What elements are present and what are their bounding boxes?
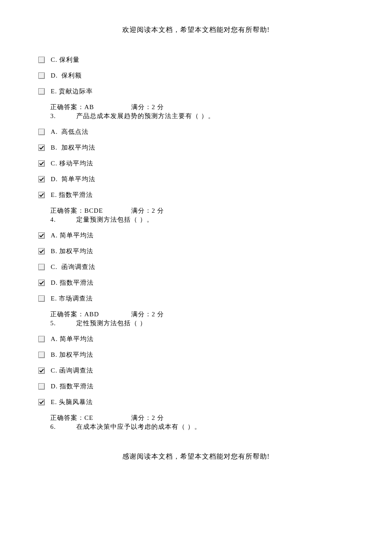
page-header: 欢迎阅读本文档，希望本文档能对您有所帮助! xyxy=(38,26,354,35)
checkbox-icon[interactable] xyxy=(38,280,45,286)
answer-line: 正确答案：BCDE满分：2 分 xyxy=(38,207,354,215)
checkbox-icon[interactable] xyxy=(38,399,45,405)
option-row: A.简单平均法 xyxy=(38,231,354,240)
checkbox-icon[interactable] xyxy=(38,129,45,135)
option-row: E.指数平滑法 xyxy=(38,191,354,199)
checkbox-icon[interactable] xyxy=(38,72,45,79)
option-label: D. 简单平均法 xyxy=(51,175,95,183)
checkbox-icon[interactable] xyxy=(38,88,45,95)
checkbox-icon[interactable] xyxy=(38,57,45,63)
checkbox-icon[interactable] xyxy=(38,145,45,151)
checkbox-icon[interactable] xyxy=(38,264,45,270)
answer-line: 正确答案：AB满分：2 分 xyxy=(38,103,354,111)
option-row: A. 高低点法 xyxy=(38,128,354,136)
question-stem: 5. 定性预测方法包括（ ） xyxy=(38,319,354,327)
option-label: C.保利量 xyxy=(51,56,80,64)
option-row: E.贡献边际率 xyxy=(38,87,354,95)
option-label: B.加权平均法 xyxy=(51,247,93,255)
option-row: E.头脑风暴法 xyxy=(38,398,354,406)
option-label: E.贡献边际率 xyxy=(51,87,93,95)
option-row: C.移动平均法 xyxy=(38,159,354,168)
option-row: C.保利量 xyxy=(38,56,354,64)
option-row: B.加权平均法 xyxy=(38,351,354,359)
checkbox-icon[interactable] xyxy=(38,367,45,374)
option-label: A.简单平均法 xyxy=(51,231,94,240)
option-label: E.指数平滑法 xyxy=(51,191,93,199)
question-stem: 3. 产品总成本发展趋势的预测方法主要有（ ）。 xyxy=(38,112,354,120)
option-label: C.移动平均法 xyxy=(51,159,93,168)
option-row: C.函询调查法 xyxy=(38,367,354,375)
option-label: B. 加权平均法 xyxy=(51,144,95,152)
checkbox-icon[interactable] xyxy=(38,232,45,239)
option-row: B.加权平均法 xyxy=(38,247,354,255)
option-label: D.指数平滑法 xyxy=(51,279,94,287)
option-label: C.函询调查法 xyxy=(51,367,93,375)
option-row: D. 保利额 xyxy=(38,72,354,80)
option-label: E.头脑风暴法 xyxy=(51,398,93,406)
checkbox-icon[interactable] xyxy=(38,192,45,198)
option-label: A.简单平均法 xyxy=(51,335,94,343)
option-label: D.指数平滑法 xyxy=(51,382,94,390)
checkbox-icon[interactable] xyxy=(38,160,45,167)
option-label: A. 高低点法 xyxy=(51,128,89,136)
option-row: D. 简单平均法 xyxy=(38,175,354,183)
option-row: A.简单平均法 xyxy=(38,335,354,343)
option-row: D.指数平滑法 xyxy=(38,382,354,390)
question-stem: 4. 定量预测方法包括（ ）。 xyxy=(38,216,354,224)
option-label: E.市场调查法 xyxy=(51,295,93,303)
question-stem: 6. 在成本决策中应予以考虑的成本有（ ）。 xyxy=(38,423,354,431)
option-label: B.加权平均法 xyxy=(51,351,93,359)
checkbox-icon[interactable] xyxy=(38,383,45,390)
checkbox-icon[interactable] xyxy=(38,176,45,182)
option-label: C. 函询调查法 xyxy=(51,263,95,271)
option-row: E.市场调查法 xyxy=(38,295,354,303)
page-footer: 感谢阅读本文档，希望本文档能对您有所帮助! xyxy=(38,452,354,461)
checkbox-icon[interactable] xyxy=(38,352,45,358)
option-row: C. 函询调查法 xyxy=(38,263,354,271)
checkbox-icon[interactable] xyxy=(38,295,45,302)
checkbox-icon[interactable] xyxy=(38,336,45,342)
document-page: 欢迎阅读本文档，希望本文档能对您有所帮助! C.保利量 D. 保利额 E.贡献边… xyxy=(0,0,392,478)
answer-line: 正确答案：CE满分：2 分 xyxy=(38,414,354,422)
option-row: B. 加权平均法 xyxy=(38,144,354,152)
answer-line: 正确答案：ABD满分：2 分 xyxy=(38,310,354,318)
checkbox-icon[interactable] xyxy=(38,248,45,254)
option-row: D.指数平滑法 xyxy=(38,279,354,287)
option-label: D. 保利额 xyxy=(51,72,82,80)
